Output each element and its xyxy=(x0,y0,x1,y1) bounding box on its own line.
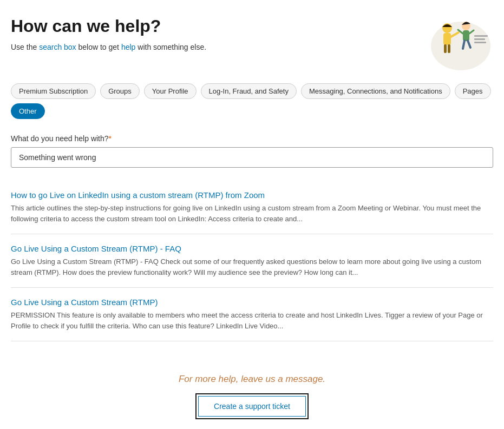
page-container: How can we help? Use the search box belo… xyxy=(0,0,504,429)
results-section: How to go Live on LinkedIn using a custo… xyxy=(11,181,493,341)
category-chips: Premium Subscription Groups Your Profile… xyxy=(11,83,493,119)
svg-rect-12 xyxy=(474,35,488,37)
subtitle: Use the search box below to get help wit… xyxy=(11,42,254,53)
svg-point-0 xyxy=(431,22,490,70)
chip-pages[interactable]: Pages xyxy=(455,83,491,99)
result-item-2: Go Live Using a Custom Stream (RTMP) - F… xyxy=(11,234,493,288)
result-title-3[interactable]: Go Live Using a Custom Stream (RTMP) xyxy=(11,298,493,307)
svg-rect-7 xyxy=(463,30,469,41)
chip-other[interactable]: Other xyxy=(11,103,45,119)
illustration-svg xyxy=(407,16,493,70)
result-excerpt-1: This article outlines the step-by-step i… xyxy=(11,203,493,224)
page-title: How can we help? xyxy=(11,16,407,36)
create-support-ticket-button[interactable]: Create a support ticket xyxy=(198,396,306,417)
svg-rect-4 xyxy=(448,44,450,53)
field-label-text: What do you need help with? xyxy=(11,134,109,143)
required-star: * xyxy=(109,134,112,143)
chip-premium[interactable]: Premium Subscription xyxy=(11,83,96,99)
chip-groups[interactable]: Groups xyxy=(100,83,140,99)
result-title-2[interactable]: Go Live Using a Custom Stream (RTMP) - F… xyxy=(11,244,493,253)
help-search-input[interactable] xyxy=(11,147,493,168)
svg-rect-13 xyxy=(474,38,485,40)
header-illustration xyxy=(407,16,493,70)
chip-login[interactable]: Log-In, Fraud, and Safety xyxy=(201,83,297,99)
result-title-1[interactable]: How to go Live on LinkedIn using a custo… xyxy=(11,190,493,200)
search-link[interactable]: search box xyxy=(39,43,76,51)
result-item-1: How to go Live on LinkedIn using a custo… xyxy=(11,181,493,234)
svg-rect-14 xyxy=(474,42,486,43)
header-section: How can we help? Use the search box belo… xyxy=(11,16,493,70)
help-form-section: What do you need help with?* xyxy=(11,134,493,168)
header-text: How can we help? Use the search box belo… xyxy=(11,16,407,53)
result-excerpt-2: Go Live Using a Custom Stream (RTMP) - F… xyxy=(11,256,493,278)
bottom-section: For more help, leave us a message. Creat… xyxy=(11,363,493,425)
result-excerpt-3: PERMISSION This feature is only availabl… xyxy=(11,310,493,331)
svg-rect-3 xyxy=(444,44,447,53)
field-label: What do you need help with?* xyxy=(11,134,493,143)
chip-profile[interactable]: Your Profile xyxy=(144,83,197,99)
result-item-3: Go Live Using a Custom Stream (RTMP) PER… xyxy=(11,288,493,341)
subtitle-text: Use the search box below to get help wit… xyxy=(11,43,206,51)
help-link[interactable]: help xyxy=(121,43,135,51)
support-ticket-btn-wrapper: Create a support ticket xyxy=(195,393,309,419)
chip-messaging[interactable]: Messaging, Connections, and Notification… xyxy=(301,83,450,99)
svg-rect-2 xyxy=(443,33,451,45)
bottom-message: For more help, leave us a message. xyxy=(11,374,493,385)
